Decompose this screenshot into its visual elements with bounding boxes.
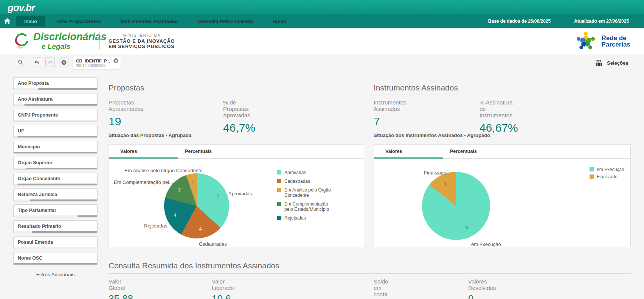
instrumentos-chart-title: Situação dos Instrumentos Assinados - Ag…: [374, 132, 490, 138]
selection-chip-field: CD_IDENTIF_P...: [76, 59, 110, 63]
legend-label: Aprovadas: [284, 170, 306, 175]
filter-possui-emenda[interactable]: Possui Emenda: [13, 236, 98, 249]
filter-label: Órgão Concedente: [18, 176, 60, 181]
clear-selections-button[interactable]: [59, 58, 68, 67]
instrumentos-chart-card: Valores Percentuais em ExecuçãoFinalizad…: [374, 144, 631, 247]
legend-label: em Execução: [597, 167, 624, 172]
filter-orgao-concedente[interactable]: Órgão Concedente: [13, 173, 98, 185]
clear-all-icon: [61, 60, 67, 65]
tab-valores[interactable]: Valores: [374, 145, 443, 158]
filter-state-bar: [14, 168, 97, 169]
legend-item-cadastradas[interactable]: Cadastradas: [277, 179, 334, 184]
filter-ano-assinatura[interactable]: Ano Assinatura: [13, 93, 98, 106]
selections-grid-icon: [596, 60, 602, 66]
resumo-divider: [109, 273, 631, 274]
base-date-label: Base de dados de 26/06/2025: [488, 19, 551, 24]
filter-state-bar: [14, 120, 97, 121]
filter-state-bar: [14, 152, 97, 153]
additional-filters-button[interactable]: Filtros Adicionais: [13, 269, 98, 280]
kpi-value: 0: [468, 293, 496, 299]
filter-natureza-juridica[interactable]: Natureza Jurídica: [13, 188, 98, 201]
nav-item-instrumentos-assinados[interactable]: Instrumentos Assinados: [112, 16, 186, 26]
legend-item-em-complementacao-pelo-estado-municipio[interactable]: Em Complementação pelo Estado/Município: [277, 201, 334, 212]
ministry-line1: MINISTÉRIO DA: [109, 33, 175, 37]
pie-callout-em-analise-pelo-orgao-concedente: Em Análise pelo Órgão Concedente: [124, 168, 203, 173]
filter-tipo-parlamentar[interactable]: Tipo Parlamentar: [13, 204, 98, 217]
tab-valores[interactable]: Valores: [109, 145, 178, 158]
instrumentos-pie-chart[interactable]: [422, 172, 490, 240]
app-logo-swirl-icon: [14, 32, 30, 50]
propostas-chart-card: Valores Percentuais AprovadasCadastradas…: [109, 144, 364, 247]
filter-label: Município: [18, 144, 40, 150]
legend-swatch: [590, 167, 594, 171]
kpi-label: Saldo em conta: [374, 278, 388, 297]
kpi-label: Valor Liberado: [212, 278, 234, 291]
redo-button[interactable]: [45, 58, 55, 67]
filter-label: CNPJ Proponente: [18, 112, 58, 118]
propostas-section-title: Propostas: [109, 83, 144, 92]
filter-municipio[interactable]: Município: [13, 141, 98, 154]
tab-percentuais[interactable]: Percentuais: [178, 145, 247, 158]
redo-icon: [48, 60, 53, 65]
filter-state-bar: [14, 215, 97, 217]
main-navbar: InícioAtos PreparatóriosInstrumentos Ass…: [0, 14, 644, 28]
nav-item-consulta-personalizada[interactable]: Consulta Personalizada: [189, 16, 261, 26]
propostas-chart-title: Situação das Propostas - Agrupada: [109, 132, 191, 138]
legend-swatch: [277, 179, 281, 183]
kpi-value: 46,7%: [223, 121, 255, 134]
legend-item-em-execucao[interactable]: em Execução: [590, 167, 644, 172]
tab-percentuais[interactable]: Percentuais: [443, 145, 512, 158]
filter-label: Tipo Parlamentar: [18, 208, 56, 213]
app-logo: Discricionárias e Legais: [14, 32, 107, 50]
instrumentos-chart-tabs: Valores Percentuais: [374, 145, 630, 159]
undo-icon: [34, 60, 39, 65]
selection-chip[interactable]: CD_IDENTIF_P... 29014008000199: [73, 57, 121, 69]
selection-chip-value: 29014008000199: [76, 64, 118, 68]
legend-item-aprovadas[interactable]: Aprovadas: [277, 170, 334, 175]
pie-value-rejeitadas: 4: [174, 213, 177, 218]
pie-callout-em-execucao: em Execução: [471, 241, 501, 247]
app-name-line1: Discricionárias: [33, 32, 107, 42]
filter-cnpj-proponente[interactable]: CNPJ Proponente: [13, 109, 98, 122]
legend-label: Em Análise pelo Órgão Concedente: [284, 187, 334, 198]
legend-item-rejeitadas[interactable]: Rejeitadas: [277, 215, 334, 221]
sidebar-filters: Ano PropostaAno AssinaturaCNPJ Proponent…: [13, 77, 98, 265]
home-button[interactable]: [0, 14, 14, 28]
undo-button[interactable]: [32, 58, 41, 67]
kpi-de-propostas-aprovadas: % de Propostas Aprovadas46,7%: [223, 99, 255, 134]
filter-orgao-superior[interactable]: Órgão Superior: [13, 157, 98, 170]
pie-value-finalizado: 1: [444, 181, 447, 187]
instrumentos-section-title: Instrumentos Assinados: [374, 83, 458, 92]
kpi-label: % de Propostas Aprovadas: [223, 99, 255, 118]
nav-item-inicio[interactable]: Início: [16, 16, 45, 26]
filter-resultado-primario[interactable]: Resultado Primário: [13, 220, 98, 233]
legend-label: Finalizado: [597, 174, 618, 179]
pie-callout-cadastradas: Cadastradas: [199, 241, 227, 247]
kpi-valor-global: Valor Global35,88 mi: [109, 278, 133, 299]
filter-ano-proposta[interactable]: Ano Proposta: [13, 77, 98, 90]
propostas-pie-chart[interactable]: [164, 173, 229, 238]
kpi-valor-liberado: Valor Liberado10,6 mi: [212, 278, 234, 299]
legend-label: Em Complementação pelo Estado/Município: [284, 201, 334, 212]
ministry-line2: GESTÃO E DA INOVAÇÃO: [109, 39, 175, 44]
propostas-legend: AprovadasCadastradasEm Análise pelo Órgã…: [277, 170, 334, 221]
kpi-value: 10,6 mi: [212, 293, 234, 299]
updated-date-label: Atualizado em 27/06/2025: [574, 19, 629, 24]
pie-value-em-execucao: 6: [466, 225, 468, 230]
legend-item-em-analise-pelo-orgao-concedente[interactable]: Em Análise pelo Órgão Concedente: [277, 187, 334, 198]
selections-button[interactable]: Seleções: [596, 58, 628, 68]
kpi-instrumentos-assinados: Instrumentos Assinados7: [374, 99, 407, 128]
chip-close-icon[interactable]: [113, 58, 118, 63]
filter-label: Nome OSC: [18, 255, 42, 261]
top-bar: gov.br: [0, 0, 644, 14]
smart-search-button[interactable]: [16, 58, 25, 67]
legend-item-finalizado[interactable]: Finalizado: [590, 174, 644, 179]
legend-swatch: [277, 202, 281, 206]
filter-uf[interactable]: UF: [13, 125, 98, 138]
legend-swatch: [590, 174, 594, 179]
nav-item-atos-preparatorios[interactable]: Atos Preparatórios: [48, 16, 109, 26]
nav-item-ajuda[interactable]: Ajuda: [264, 16, 295, 26]
filter-nome-osc[interactable]: Nome OSC: [13, 252, 98, 265]
ministry-block: MINISTÉRIO DA GESTÃO E DA INOVAÇÃO EM SE…: [99, 32, 175, 50]
govbr-logo[interactable]: gov.br: [8, 2, 35, 14]
